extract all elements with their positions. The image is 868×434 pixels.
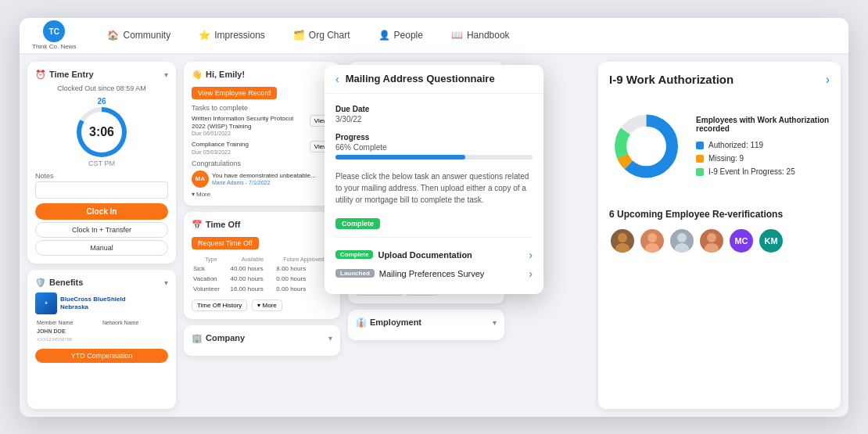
clock-in-button[interactable]: Clock In (35, 203, 168, 220)
dialog-header: ‹ Mailing Address Questionnaire (325, 65, 543, 94)
due-date-label: Due Date (335, 105, 533, 113)
donut-chart (609, 99, 683, 193)
avatar-1 (609, 228, 636, 254)
avatar-6-km: KM (758, 228, 784, 254)
task-2-arrow[interactable]: › (529, 267, 533, 280)
company-card: 🏢 Company ▾ (184, 325, 340, 356)
request-time-off-button[interactable]: Request Time Off (192, 237, 259, 249)
task-1-arrow[interactable]: › (529, 249, 533, 261)
legend: Employees with Work Authorization record… (696, 116, 830, 176)
in-progress-dot (696, 168, 704, 176)
company-collapse[interactable]: ▾ (328, 334, 332, 343)
clock-ring: 3:06 (77, 107, 127, 157)
svg-point-10 (675, 243, 689, 253)
svg-point-5 (618, 233, 627, 242)
task-2-title: Mailing Preferences Survey (379, 269, 485, 278)
col-available: Available (230, 256, 274, 263)
authorized-dot (696, 142, 704, 149)
clock-hours-number: 26 (97, 97, 106, 106)
view-employee-record-button[interactable]: View Employee Record (192, 87, 277, 99)
time-off-row-3: Volunteer 16.00 hours 0.00 hours (193, 285, 331, 293)
i9-arrow[interactable]: › (826, 73, 830, 87)
time-off-header: 📅 Time Off ▾ (192, 220, 332, 230)
time-off-row-2: Vacation 40.00 hours 0.00 hours (193, 274, 331, 283)
screen-wrapper: TC Think Co. News 🏠 Community ⭐ Impressi… (20, 18, 848, 417)
dialog-divider (335, 237, 533, 238)
task-2-due: Due 05/03/2022 (192, 149, 249, 155)
member-name: JOHN DOE (37, 328, 101, 335)
congrats-name: Marie Adams - 7/1/2022 (212, 180, 316, 185)
task-item-2: Compliance Training Due 05/03/2022 View (192, 141, 332, 154)
progress-bar-fill (335, 155, 465, 160)
handbook-icon: 📖 (451, 30, 463, 41)
task-1-due: Due 06/01/2022 (192, 131, 307, 136)
legend-authorized: Authorized: 119 (696, 141, 830, 149)
mailing-address-dialog: ‹ Mailing Address Questionnaire Due Date… (325, 65, 543, 294)
time-entry-collapse[interactable]: ▾ (164, 70, 168, 79)
nav-item-community[interactable]: 🏠 Community (101, 27, 177, 44)
middle-column: 👋 Hi, Emily! ▾ View Employee Record Task… (184, 62, 340, 409)
employment-header: 👔 Employment ▾ (356, 317, 497, 328)
col-future: Future Approved (276, 256, 331, 263)
clock-container: 26 3:06 CST PM (35, 97, 168, 167)
emily-card: 👋 Hi, Emily! ▾ View Employee Record Task… (184, 62, 340, 206)
time-off-title: 📅 Time Off (192, 220, 240, 230)
congrats-item: MA You have demonstrated unbeatable... M… (192, 170, 332, 188)
task-2-left: Launched Mailing Preferences Survey (335, 269, 484, 278)
congrats-avatar: MA (192, 170, 209, 188)
clock-time: 3:06 (89, 125, 114, 139)
dialog-title: Mailing Address Questionnaire (346, 73, 495, 84)
emily-header: 👋 Hi, Emily! ▾ (192, 70, 332, 80)
company-title: 🏢 Company (192, 333, 245, 343)
time-off-more-button[interactable]: ▾ More (252, 299, 282, 311)
emily-more-button[interactable]: ▾ More (192, 191, 210, 198)
svg-point-7 (647, 233, 657, 242)
logo: TC Think Co. News (32, 20, 76, 50)
notes-input[interactable] (35, 181, 168, 199)
progress-pct: 66% Complete (335, 143, 533, 152)
time-off-icon: 📅 (192, 220, 203, 230)
bcbs-logo: + (35, 292, 57, 314)
due-date-value: 3/30/22 (335, 115, 533, 124)
tasks-label: Tasks to complete (192, 104, 332, 112)
clock-in-transfer-button[interactable]: Clock In + Transfer (35, 222, 168, 238)
legend-in-progress: I-9 Event In Progress: 25 (696, 167, 830, 176)
task-1-title: Upload Documentation (378, 250, 472, 260)
nav-item-impressions[interactable]: ⭐ Impressions (192, 27, 271, 44)
svg-point-6 (615, 243, 629, 253)
progress-bar-background (335, 155, 533, 160)
congrats-text: You have demonstrated unbeatable... (212, 172, 316, 180)
nav-item-org-chart[interactable]: 🗂️ Org Chart (287, 27, 357, 44)
reverifications-title: 6 Upcoming Employee Re-verifications (609, 209, 830, 220)
avatar-2-face (640, 229, 664, 253)
progress-label: Progress (335, 133, 533, 142)
congrats-section: Congratulations MA You have demonstrated… (192, 160, 332, 198)
people-icon: 👤 (378, 30, 390, 41)
avatar-3 (669, 228, 695, 254)
org-chart-icon: 🗂️ (293, 30, 305, 41)
logo-circle: TC (43, 20, 65, 42)
nav-item-people[interactable]: 👤 People (372, 27, 429, 44)
benefits-table: Member Name Network Name JOHN DOE XXX123… (35, 317, 168, 344)
benefits-collapse[interactable]: ▾ (164, 278, 168, 287)
clock-meridiem: CST PM (88, 160, 115, 167)
community-icon: 🏠 (107, 30, 119, 41)
left-column: ⏰ Time Entry ▾ Clocked Out since 08:59 A… (27, 62, 176, 409)
time-entry-header: ⏰ Time Entry ▾ (35, 70, 168, 80)
avatar-4-face (700, 229, 723, 253)
time-off-history-button[interactable]: Time Off History (192, 299, 247, 311)
nav-item-handbook[interactable]: 📖 Handbook (445, 27, 516, 44)
svg-point-9 (677, 233, 687, 242)
ytd-compensation-button[interactable]: YTD Compensation (35, 349, 168, 363)
donut-container: Employees with Work Authorization record… (609, 99, 830, 193)
task-1-name: Written Information Security Protocol 20… (192, 115, 307, 131)
avatar-2 (639, 228, 665, 254)
avatar-3-face (670, 229, 694, 253)
manual-button[interactable]: Manual (35, 240, 168, 256)
employment-collapse[interactable]: ▾ (493, 318, 497, 327)
top-nav: TC Think Co. News 🏠 Community ⭐ Impressi… (20, 18, 848, 54)
clock-icon: ⏰ (35, 70, 46, 80)
benefits-title: 🛡️ Benefits (35, 278, 83, 288)
dialog-back-button[interactable]: ‹ (335, 73, 339, 85)
bcbs-text: BlueCross BlueShield Nebraska (60, 296, 126, 310)
